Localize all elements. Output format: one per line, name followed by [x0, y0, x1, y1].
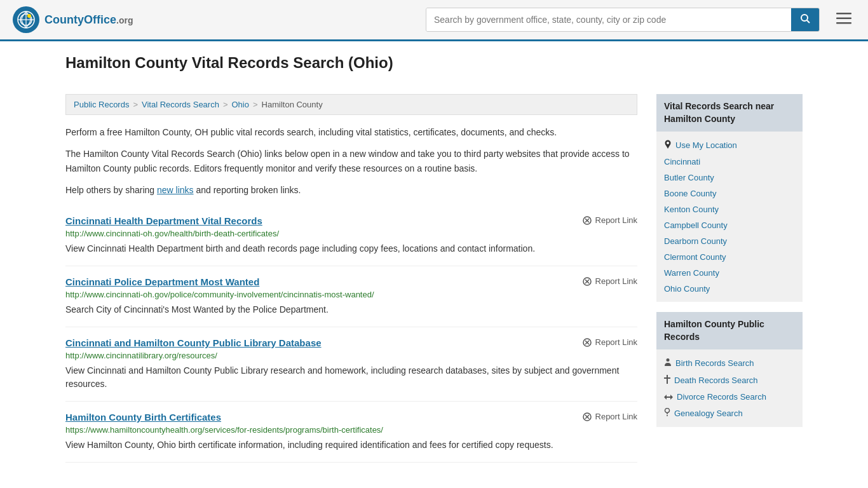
report-link-4[interactable]: Report Link: [582, 412, 637, 422]
sidebar: Vital Records Search near Hamilton Count…: [656, 94, 803, 463]
sidebar-item-cincinnati[interactable]: Cincinnati: [656, 154, 803, 170]
location-pin-icon: [664, 140, 672, 151]
result-entry-4: Hamilton County Birth Certificates Repor…: [65, 402, 637, 463]
search-button[interactable]: [791, 8, 819, 31]
description-3: Help others by sharing new links and rep…: [65, 183, 637, 197]
sidebar-item-birth-records[interactable]: Birth Records Search: [656, 355, 803, 372]
sidebar-item-butler-county[interactable]: Butler County: [656, 170, 803, 186]
result-header-3: Cincinnati and Hamilton County Public Li…: [65, 337, 637, 348]
sidebar-item-clermont-county[interactable]: Clermont County: [656, 249, 803, 265]
result-url-1[interactable]: http://www.cincinnati-oh.gov/health/birt…: [65, 229, 637, 238]
svg-point-24: [667, 142, 669, 144]
page-title-area: Hamilton County Vital Records Search (Oh…: [53, 41, 815, 72]
svg-rect-9: [836, 22, 851, 24]
result-desc-1: View Cincinnati Health Department birth …: [65, 242, 637, 255]
new-links-link[interactable]: new links: [157, 185, 194, 195]
result-title-2[interactable]: Cincinnati Police Department Most Wanted: [65, 276, 259, 287]
result-desc-2: Search City of Cincinnati's Most Wanted …: [65, 303, 637, 316]
sidebar-item-use-my-location[interactable]: Use My Location: [656, 137, 803, 154]
search-input[interactable]: [426, 8, 791, 31]
breadcrumb: Public Records > Vital Records Search > …: [65, 94, 637, 115]
logo-icon: [13, 6, 39, 33]
result-title-4[interactable]: Hamilton County Birth Certificates: [65, 412, 221, 423]
breadcrumb-hamilton: Hamilton County: [262, 100, 323, 109]
result-title-3[interactable]: Cincinnati and Hamilton County Public Li…: [65, 337, 322, 348]
sidebar-item-kenton-county[interactable]: Kenton County: [656, 201, 803, 217]
result-url-4[interactable]: https://www.hamiltoncountyhealth.org/ser…: [65, 425, 637, 435]
breadcrumb-sep-3: >: [253, 100, 258, 109]
svg-rect-7: [836, 13, 851, 15]
description-2: The Hamilton County Vital Records Search…: [65, 147, 637, 175]
svg-marker-28: [664, 395, 673, 400]
main-container: Public Records > Vital Records Search > …: [53, 81, 815, 475]
result-header-4: Hamilton County Birth Certificates Repor…: [65, 412, 637, 423]
sidebar-item-boone-county[interactable]: Boone County: [656, 186, 803, 201]
sidebar-nearby-content: Use My Location Cincinnati Butler County…: [656, 132, 803, 302]
result-entry-2: Cincinnati Police Department Most Wanted…: [65, 266, 637, 327]
breadcrumb-public-records[interactable]: Public Records: [74, 100, 129, 109]
sidebar-item-death-records[interactable]: Death Records Search: [656, 372, 803, 389]
svg-point-30: [667, 415, 668, 416]
search-bar: [426, 8, 820, 32]
svg-point-5: [801, 15, 808, 21]
sidebar-nearby-title: Vital Records Search near Hamilton Count…: [656, 94, 803, 132]
use-my-location-link[interactable]: Use My Location: [675, 140, 737, 150]
report-link-2[interactable]: Report Link: [582, 276, 637, 287]
breadcrumb-sep-1: >: [133, 100, 138, 109]
result-entry-1: Cincinnati Health Department Vital Recor…: [65, 205, 637, 266]
sidebar-item-warren-county[interactable]: Warren County: [656, 265, 803, 281]
results-list: Cincinnati Health Department Vital Recor…: [65, 205, 637, 463]
svg-marker-23: [665, 144, 670, 149]
sidebar-item-divorce-records[interactable]: Divorce Records Search: [656, 389, 803, 405]
page-title: Hamilton County Vital Records Search (Oh…: [65, 54, 803, 72]
sidebar-item-genealogy[interactable]: Genealogy Search: [656, 405, 803, 422]
logo-text: CountyOffice.org: [44, 13, 133, 27]
header: CountyOffice.org: [0, 0, 868, 41]
breadcrumb-vital-records[interactable]: Vital Records Search: [142, 100, 219, 109]
content-area: Public Records > Vital Records Search > …: [65, 94, 637, 463]
sidebar-public-records-content: Birth Records Search Death Records Searc…: [656, 349, 803, 427]
question-icon: [664, 408, 670, 419]
hamburger-menu-icon[interactable]: [832, 8, 855, 32]
svg-line-6: [807, 20, 810, 23]
svg-rect-26: [667, 375, 668, 384]
svg-rect-27: [664, 377, 670, 379]
cross-icon: [664, 375, 670, 386]
breadcrumb-ohio[interactable]: Ohio: [232, 100, 249, 109]
svg-point-29: [665, 409, 670, 413]
sidebar-item-dearborn-county[interactable]: Dearborn County: [656, 233, 803, 249]
result-header-2: Cincinnati Police Department Most Wanted…: [65, 276, 637, 287]
description-1: Perform a free Hamilton County, OH publi…: [65, 125, 637, 139]
svg-point-4: [27, 14, 31, 18]
logo-link[interactable]: CountyOffice.org: [13, 6, 133, 33]
person-icon: [664, 358, 672, 369]
result-header-1: Cincinnati Health Department Vital Recor…: [65, 215, 637, 226]
result-desc-3: View Cincinnati and Hamilton County Publ…: [65, 364, 637, 391]
sidebar-item-campbell-county[interactable]: Campbell County: [656, 217, 803, 233]
svg-rect-8: [836, 18, 851, 20]
result-url-2[interactable]: http://www.cincinnati-oh.gov/police/comm…: [65, 290, 637, 299]
result-desc-4: View Hamilton County, Ohio birth certifi…: [65, 438, 637, 452]
breadcrumb-sep-2: >: [223, 100, 228, 109]
result-title-1[interactable]: Cincinnati Health Department Vital Recor…: [65, 215, 262, 226]
report-link-1[interactable]: Report Link: [582, 215, 637, 226]
result-url-3[interactable]: http://www.cincinnatilibrary.org/resourc…: [65, 351, 637, 360]
sidebar-nearby-section: Vital Records Search near Hamilton Count…: [656, 94, 803, 302]
report-link-3[interactable]: Report Link: [582, 337, 637, 348]
sidebar-public-records-section: Hamilton County Public Records Birth Rec…: [656, 312, 803, 427]
arrows-icon: [664, 393, 673, 402]
sidebar-item-ohio-county[interactable]: Ohio County: [656, 281, 803, 297]
sidebar-public-records-title: Hamilton County Public Records: [656, 312, 803, 349]
result-entry-3: Cincinnati and Hamilton County Public Li…: [65, 327, 637, 402]
svg-point-25: [667, 358, 670, 362]
